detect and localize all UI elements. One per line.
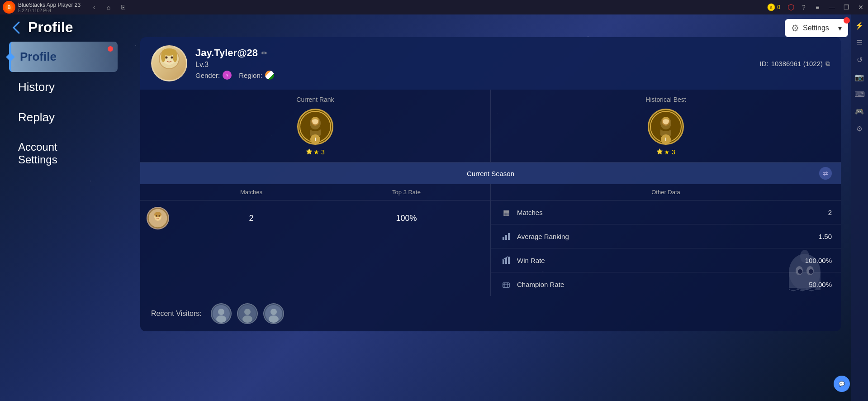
sidebar-icon-2[interactable]: ☰ xyxy=(852,35,867,50)
stats-left: Matches Top 3 Rate 2 xyxy=(140,184,491,296)
chat-button[interactable]: 💬 xyxy=(834,376,850,392)
coin-balance: $ 0 xyxy=(767,3,780,11)
sidebar-icon-3[interactable]: ↺ xyxy=(852,53,867,67)
win-rate-icon xyxy=(500,254,512,267)
stat-row-matches: ▦ Matches 2 xyxy=(491,200,841,224)
svg-point-44 xyxy=(269,315,279,323)
svg-rect-29 xyxy=(505,258,507,264)
nav-save-btn[interactable]: ⎘ xyxy=(117,1,129,14)
visitor-avatar-2[interactable] xyxy=(237,303,258,324)
app-logo: B xyxy=(3,1,15,14)
svg-rect-32 xyxy=(503,283,509,287)
nav-account-label: AccountSettings xyxy=(18,141,57,166)
header: Profile xyxy=(9,19,73,36)
settings-label: Settings xyxy=(803,24,835,32)
menu-btn[interactable]: ≡ xyxy=(810,0,825,14)
stat-champion-rate-label: Champion Rate xyxy=(517,281,809,288)
svg-rect-30 xyxy=(508,257,510,264)
avatar xyxy=(151,45,187,81)
left-nav: Profile History Replay AccountSettings xyxy=(9,42,118,174)
svg-point-37 xyxy=(218,309,224,315)
back-button[interactable] xyxy=(9,20,24,35)
stat-matches-value: 2 xyxy=(828,209,832,216)
nav-history-label: History xyxy=(18,80,55,94)
svg-point-10 xyxy=(171,57,173,59)
chevron-down-icon: ▾ xyxy=(838,24,842,33)
help-btn[interactable]: ? xyxy=(797,1,810,14)
svg-rect-27 xyxy=(508,233,510,240)
user-info: Jay.Tyler@28 ✏ Lv.3 Gender: ♀ Region: xyxy=(195,47,752,80)
svg-point-51 xyxy=(800,250,809,263)
svg-point-38 xyxy=(216,315,226,323)
id-label: ID: xyxy=(760,60,768,67)
historical-rank-number: I xyxy=(661,134,671,144)
nav-back-btn[interactable]: ‹ xyxy=(88,1,100,14)
nav-home-btn[interactable]: ⌂ xyxy=(102,1,115,14)
copy-id-icon[interactable]: ⧉ xyxy=(825,60,830,67)
character-avatar xyxy=(147,207,169,229)
stat-win-rate-label: Win Rate xyxy=(517,257,805,264)
stats-left-header: Matches Top 3 Rate xyxy=(140,184,490,200)
ghost-mascot xyxy=(778,247,832,301)
avg-ranking-icon xyxy=(500,230,512,243)
gender-icon: ♀ xyxy=(223,71,232,80)
gear-icon: ⚙ xyxy=(791,23,799,33)
historical-rank-badge: I xyxy=(648,109,684,145)
titlebar: B BlueStacks App Player 23 5.22.0.1102 P… xyxy=(0,0,868,14)
edit-name-icon[interactable]: ✏ xyxy=(261,49,267,57)
top3-value: 100% xyxy=(329,214,484,223)
sidebar-icon-7[interactable]: ⚙ xyxy=(852,121,867,136)
matches-col-header: Matches xyxy=(174,189,329,196)
profile-card: Jay.Tyler@28 ✏ Lv.3 Gender: ♀ Region: ID xyxy=(140,37,841,331)
svg-point-49 xyxy=(798,269,802,274)
historical-rank-stars: ⭐★ 3 xyxy=(497,148,835,156)
stats-container: Matches Top 3 Rate 2 xyxy=(140,184,841,296)
svg-point-23 xyxy=(156,215,157,217)
app-name: BlueStacks App Player 23 xyxy=(18,2,81,8)
other-data-header: Other Data xyxy=(491,184,841,200)
matches-value: 2 xyxy=(174,214,329,223)
current-rank-stars: ⭐★ 3 xyxy=(147,148,484,156)
stat-avg-ranking-value: 1.50 xyxy=(819,233,832,240)
id-value: 10386961 (1022) xyxy=(771,60,823,67)
svg-point-9 xyxy=(166,57,168,59)
minimize-btn[interactable]: — xyxy=(825,0,839,14)
visitor-avatar-3[interactable] xyxy=(263,303,284,324)
nav-item-account-settings[interactable]: AccountSettings xyxy=(9,133,118,174)
matches-icon: ▦ xyxy=(500,206,512,219)
nav-notification-dot xyxy=(108,46,113,52)
settings-notification-dot xyxy=(844,17,850,24)
nav-item-replay[interactable]: Replay xyxy=(9,102,118,133)
current-rank-col: Current Rank xyxy=(140,90,491,162)
stat-row-avg-ranking: Average Ranking 1.50 xyxy=(491,224,841,248)
stats-data-row: 2 100% xyxy=(140,200,490,236)
main-area: Profile ⚙ Settings ▾ Profile History Rep… xyxy=(0,14,868,401)
nav-profile-label: Profile xyxy=(20,50,57,63)
bluestacks-icon[interactable]: ⬡ xyxy=(785,1,797,14)
visitors-label: Recent Visitors: xyxy=(151,310,202,318)
close-btn[interactable]: ✕ xyxy=(854,0,868,14)
sidebar-icon-6[interactable]: 🎮 xyxy=(852,104,867,119)
right-sidebar: ⚡ ☰ ↺ 📷 ⌨ 🎮 ⚙ xyxy=(851,14,868,401)
nav-item-profile[interactable]: Profile xyxy=(9,42,118,72)
sidebar-icon-4[interactable]: 📷 xyxy=(852,70,867,84)
svg-text:$: $ xyxy=(770,5,773,10)
region-label: Region: xyxy=(239,72,262,79)
visitor-avatar-1[interactable] xyxy=(211,303,232,324)
svg-point-22 xyxy=(154,212,161,217)
svg-rect-28 xyxy=(503,260,504,264)
sidebar-icon-1[interactable]: ⚡ xyxy=(852,18,867,33)
svg-point-40 xyxy=(244,309,251,315)
season-swap-button[interactable]: ⇄ xyxy=(819,167,832,180)
nav-replay-label: Replay xyxy=(18,110,55,124)
gender-label: Gender: xyxy=(195,72,220,79)
nav-item-history[interactable]: History xyxy=(9,72,118,102)
current-rank-label: Current Rank xyxy=(147,96,484,103)
stat-matches-label: Matches xyxy=(517,209,828,216)
season-title: Current Season xyxy=(162,170,819,177)
page-title: Profile xyxy=(28,19,73,36)
region-flag-icon xyxy=(265,71,274,80)
restore-btn[interactable]: ❐ xyxy=(839,0,854,14)
settings-button[interactable]: ⚙ Settings ▾ xyxy=(785,19,848,37)
sidebar-icon-5[interactable]: ⌨ xyxy=(852,87,867,101)
